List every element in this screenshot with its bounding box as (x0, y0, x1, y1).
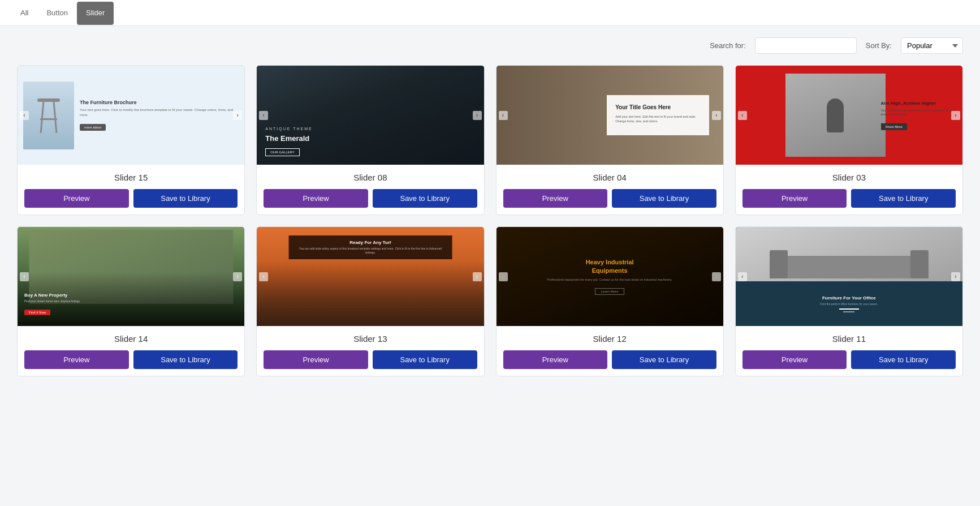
card-title-slider03: Slider 03 (742, 173, 956, 182)
save-button-slider12[interactable]: Save to Library (612, 350, 716, 369)
card-slider04: ‹ Your Title Goes Here Add your text her… (496, 65, 724, 215)
prev-arrow-slider14[interactable]: ‹ (20, 272, 29, 281)
preview-button-slider11[interactable]: Preview (742, 350, 847, 369)
card-slider13: ‹ Ready For Any Turf You can add style-s… (256, 226, 484, 376)
tab-slider[interactable]: Slider (77, 2, 114, 25)
card-slider15: ‹ The Furniture Brochure Your text goes … (17, 65, 245, 215)
card-title-slider14: Slider 14 (24, 334, 238, 344)
prev-arrow-slider04[interactable]: ‹ (499, 111, 508, 120)
next-arrow-slider11[interactable]: › (951, 272, 960, 281)
card-preview-slider14: ‹ Buy A New Property Find your dream hom… (18, 227, 244, 326)
sort-label: Sort By: (866, 41, 892, 50)
prev-arrow-slider03[interactable]: ‹ (738, 111, 747, 120)
template-grid: ‹ The Furniture Brochure Your text goes … (0, 59, 980, 393)
preview-button-slider03[interactable]: Preview (742, 189, 847, 208)
preview-button-slider13[interactable]: Preview (264, 350, 368, 369)
prev-arrow-slider13[interactable]: ‹ (259, 272, 268, 281)
search-input[interactable] (755, 37, 857, 54)
prev-arrow-slider12[interactable]: ‹ (499, 272, 508, 281)
card-title-slider13: Slider 13 (264, 334, 477, 344)
next-arrow-slider14[interactable]: › (233, 272, 242, 281)
save-button-slider14[interactable]: Save to Library (133, 350, 238, 369)
card-preview-slider08: ‹ ANTIQUE THEME The Emerald OUR GALLERY … (257, 66, 483, 165)
search-label: Search for: (710, 41, 746, 50)
card-preview-slider04: ‹ Your Title Goes Here Add your text her… (497, 66, 723, 165)
next-arrow-slider03[interactable]: › (951, 111, 960, 120)
next-arrow-slider15[interactable]: › (233, 111, 242, 120)
card-title-slider15: Slider 15 (24, 173, 238, 182)
preview-button-slider12[interactable]: Preview (503, 350, 608, 369)
save-button-slider15[interactable]: Save to Library (133, 189, 238, 208)
save-button-slider13[interactable]: Save to Library (373, 350, 477, 369)
prev-arrow-slider11[interactable]: ‹ (738, 272, 747, 281)
next-arrow-slider12[interactable]: › (712, 272, 721, 281)
tab-button[interactable]: Button (37, 2, 77, 25)
card-slider03: ‹ Aim High, Achieve Higher Your motivati… (735, 65, 963, 215)
prev-arrow-slider15[interactable]: ‹ (20, 111, 29, 120)
save-button-slider08[interactable]: Save to Library (373, 189, 477, 208)
next-arrow-slider04[interactable]: › (712, 111, 721, 120)
card-slider11: ‹ Furniture For Your Office Find the per… (735, 226, 963, 376)
card-preview-slider11: ‹ Furniture For Your Office Find the per… (736, 227, 962, 326)
sort-select[interactable]: Popular Newest Oldest (901, 37, 963, 54)
card-slider12: ‹ Heavy IndustrialEquipments Professiona… (496, 226, 724, 376)
preview-button-slider15[interactable]: Preview (24, 189, 129, 208)
card-preview-slider12: ‹ Heavy IndustrialEquipments Professiona… (497, 227, 723, 326)
card-slider08: ‹ ANTIQUE THEME The Emerald OUR GALLERY … (256, 65, 484, 215)
tab-all[interactable]: All (11, 2, 37, 25)
save-button-slider11[interactable]: Save to Library (851, 350, 956, 369)
card-preview-slider15: ‹ The Furniture Brochure Your text goes … (18, 66, 244, 165)
card-slider14: ‹ Buy A New Property Find your dream hom… (17, 226, 245, 376)
preview-button-slider08[interactable]: Preview (264, 189, 368, 208)
preview-button-slider04[interactable]: Preview (503, 189, 608, 208)
card-title-slider12: Slider 12 (503, 334, 716, 344)
card-title-slider04: Slider 04 (503, 173, 716, 182)
tabs-bar: All Button Slider (0, 0, 980, 26)
preview-button-slider14[interactable]: Preview (24, 350, 129, 369)
prev-arrow-slider08[interactable]: ‹ (259, 111, 268, 120)
next-arrow-slider13[interactable]: › (473, 272, 482, 281)
save-button-slider04[interactable]: Save to Library (612, 189, 716, 208)
save-button-slider03[interactable]: Save to Library (851, 189, 956, 208)
card-preview-slider13: ‹ Ready For Any Turf You can add style-s… (257, 227, 483, 326)
card-title-slider11: Slider 11 (742, 334, 956, 344)
card-preview-slider03: ‹ Aim High, Achieve Higher Your motivati… (736, 66, 962, 165)
toolbar: Search for: Sort By: Popular Newest Olde… (0, 26, 980, 59)
next-arrow-slider08[interactable]: › (473, 111, 482, 120)
card-title-slider08: Slider 08 (264, 173, 477, 182)
